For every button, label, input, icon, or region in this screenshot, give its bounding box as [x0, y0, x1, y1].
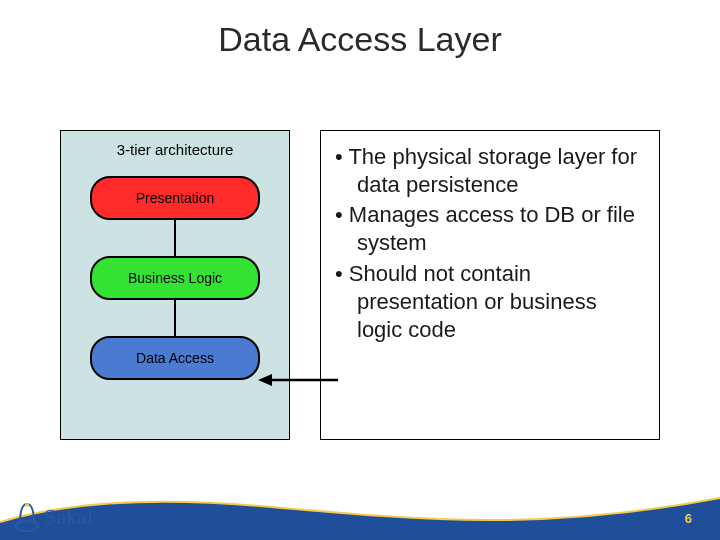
tier-label: Data Access: [136, 350, 214, 366]
footer-wave: [0, 492, 720, 540]
logo-text: Sakai: [44, 504, 93, 530]
logo: Sakai: [14, 502, 93, 532]
page-title: Data Access Layer: [0, 0, 720, 59]
page-number: 6: [685, 511, 692, 526]
slide: Data Access Layer 3-tier architecture Pr…: [0, 0, 720, 540]
diagram-panel: 3-tier architecture Presentation Busines…: [60, 130, 290, 440]
tier-presentation: Presentation: [90, 176, 260, 220]
diagram-title: 3-tier architecture: [117, 141, 234, 158]
tier-data-access: Data Access: [90, 336, 260, 380]
list-item: Manages access to DB or file system: [335, 201, 645, 257]
svg-point-3: [25, 503, 29, 507]
connector: [174, 220, 176, 256]
tier-label: Presentation: [136, 190, 215, 206]
tier-business-logic: Business Logic: [90, 256, 260, 300]
list-item: The physical storage layer for data pers…: [335, 143, 645, 199]
text-panel: The physical storage layer for data pers…: [320, 130, 660, 440]
list-item: Should not contain presentation or busin…: [335, 260, 645, 344]
logo-icon: [14, 502, 40, 532]
connector: [174, 300, 176, 336]
content-area: 3-tier architecture Presentation Busines…: [60, 130, 660, 440]
bullet-list: The physical storage layer for data pers…: [335, 143, 645, 344]
tier-label: Business Logic: [128, 270, 222, 286]
